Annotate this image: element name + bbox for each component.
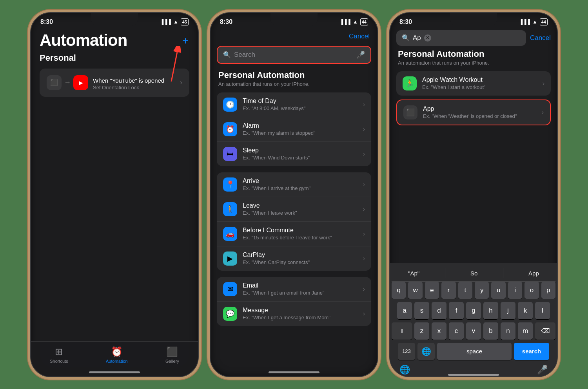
message-chevron: › (363, 310, 365, 317)
clear-search-button[interactable]: ✕ (424, 34, 431, 42)
key-w[interactable]: w (408, 282, 422, 299)
key-f[interactable]: f (449, 302, 464, 319)
battery-1: 45 (181, 18, 189, 25)
wifi-icon-3: ▲ (532, 19, 537, 25)
pred-ap[interactable]: "Ap" (400, 268, 427, 278)
watch-workout-sub: Ex. "When I start a workout" (422, 84, 537, 90)
key-y[interactable]: y (475, 282, 489, 299)
battery-2: 44 (360, 18, 368, 25)
app-text: App Ex. "When 'Weather' is opened or clo… (423, 105, 536, 119)
add-automation-button[interactable]: + (182, 34, 189, 47)
key-h[interactable]: h (483, 302, 498, 319)
status-bar-2: 8:30 ▐▐▐ ▲ 44 (211, 13, 377, 27)
pred-sep-2 (503, 268, 503, 278)
pred-so[interactable]: So (463, 268, 485, 278)
key-x[interactable]: x (432, 322, 446, 340)
alarm-sub: Ex. "When my alarm is stopped" (243, 130, 358, 136)
key-t[interactable]: t (458, 282, 472, 299)
commute-title: Before I Commute (243, 227, 358, 234)
svg-line-1 (171, 52, 177, 81)
list-item-arrive[interactable]: 📍 Arrive Ex. "When I arrive at the gym" … (217, 172, 371, 197)
kb-row-3: ⇧ z x c v b n m ⌫ (392, 322, 555, 340)
email-icon: ✉ (223, 282, 237, 296)
key-m[interactable]: m (518, 322, 533, 340)
result-apple-watch[interactable]: 🏃 Apple Watch Workout Ex. "When I start … (396, 71, 551, 96)
key-j[interactable]: j (501, 302, 515, 319)
result-app-item[interactable]: ⬛ App Ex. "When 'Weather' is opened or c… (397, 100, 550, 125)
tab-shortcuts[interactable]: ⊞ Shortcuts (50, 346, 68, 364)
arrive-chevron: › (363, 181, 365, 188)
list-item-leave[interactable]: 🚶 Leave Ex. "When I leave work" › (217, 197, 371, 222)
key-k[interactable]: k (518, 302, 533, 319)
search-typed-text: Ap (413, 34, 421, 42)
result-watch-item[interactable]: 🏃 Apple Watch Workout Ex. "When I start … (396, 71, 551, 96)
email-chevron: › (363, 286, 365, 293)
key-e[interactable]: e (425, 282, 439, 299)
key-d[interactable]: d (432, 302, 446, 319)
key-g[interactable]: g (466, 302, 481, 319)
key-b[interactable]: b (483, 322, 498, 340)
app-chevron: › (542, 109, 544, 116)
arrive-icon: 📍 (223, 177, 237, 192)
message-title: Message (243, 307, 358, 314)
list-text-email: Email Ex. "When I get an email from Jane… (243, 282, 358, 296)
sleep-title: Sleep (243, 147, 358, 154)
key-c[interactable]: c (449, 322, 464, 340)
result-app[interactable]: ⬛ App Ex. "When 'Weather' is opened or c… (396, 100, 551, 125)
commute-sub: Ex. "15 minutes before I leave for work" (243, 235, 358, 241)
items-scroll[interactable]: 🕐 Time of Day Ex. "At 8:00 AM, weekdays"… (211, 92, 377, 377)
key-v[interactable]: v (466, 322, 481, 340)
shortcuts-icon: ⬛ (47, 75, 62, 90)
list-item-carplay[interactable]: ▶ CarPlay Ex. "When CarPlay connects" › (217, 246, 371, 271)
key-z[interactable]: z (414, 322, 429, 340)
pred-app[interactable]: App (521, 268, 547, 278)
carplay-title: CarPlay (243, 251, 358, 259)
home-indicator-1 (89, 371, 140, 373)
watch-chevron: › (543, 80, 544, 87)
search-input-3[interactable]: 🔍 Ap ✕ (396, 30, 526, 46)
key-q[interactable]: q (392, 282, 406, 299)
list-item-message[interactable]: 💬 Message Ex. "When I get a message from… (217, 302, 371, 326)
cancel-button-2[interactable]: Cancel (349, 33, 370, 40)
key-u[interactable]: u (491, 282, 505, 299)
key-a[interactable]: a (397, 302, 412, 319)
key-shift[interactable]: ⇧ (392, 322, 412, 340)
key-delete[interactable]: ⌫ (535, 322, 555, 340)
tab-gallery[interactable]: ⬛ Gallery (165, 346, 179, 364)
phone-3: 8:30 ▐▐▐ ▲ 44 🔍 Ap ✕ Cancel Personal Aut… (389, 12, 558, 377)
alarm-chevron: › (363, 126, 365, 133)
cancel-button-3[interactable]: Cancel (530, 34, 551, 42)
key-n[interactable]: n (501, 322, 515, 340)
globe-bottom-icon: 🌐 (399, 365, 410, 375)
key-r[interactable]: r (441, 282, 456, 299)
status-icons-3: ▐▐▐ ▲ 44 (519, 18, 548, 25)
email-sub: Ex. "When I get an email from Jane" (243, 290, 358, 296)
signal-icon-2: ▐▐▐ (339, 19, 350, 25)
list-item-time-of-day[interactable]: 🕐 Time of Day Ex. "At 8:00 AM, weekdays"… (217, 92, 371, 117)
key-p[interactable]: p (541, 282, 555, 299)
app-title: App (423, 105, 536, 112)
list-item-alarm[interactable]: ⏰ Alarm Ex. "When my alarm is stopped" › (217, 117, 371, 142)
list-item-commute[interactable]: 🚗 Before I Commute Ex. "15 minutes befor… (217, 222, 371, 246)
status-bar-1: 8:30 ▐▐▐ ▲ 45 (31, 13, 198, 27)
leave-chevron: › (363, 206, 365, 213)
youtube-icon: ▶ (73, 75, 88, 90)
search-key[interactable]: search (514, 343, 549, 360)
key-i[interactable]: i (508, 282, 522, 299)
list-item-email[interactable]: ✉ Email Ex. "When I get an email from Ja… (217, 277, 371, 302)
mic-bottom-icon[interactable]: 🎤 (537, 365, 548, 375)
key-space[interactable]: space (437, 343, 512, 360)
key-o[interactable]: o (524, 282, 539, 299)
mic-icon-2[interactable]: 🎤 (356, 51, 365, 59)
home-indicator-3 (448, 374, 499, 376)
alarm-title: Alarm (243, 122, 358, 129)
key-globe[interactable]: 🌐 (417, 343, 435, 360)
key-l[interactable]: l (535, 302, 550, 319)
key-s[interactable]: s (414, 302, 429, 319)
search-bar-2[interactable]: 🔍 Search 🎤 (217, 46, 371, 64)
carplay-chevron: › (363, 255, 365, 262)
search-icon-3: 🔍 (402, 34, 410, 42)
key-123[interactable]: 123 (398, 343, 415, 360)
tab-automation[interactable]: ⏰ Automation (106, 346, 128, 364)
list-item-sleep[interactable]: 🛏 Sleep Ex. "When Wind Down starts" › (217, 142, 371, 166)
